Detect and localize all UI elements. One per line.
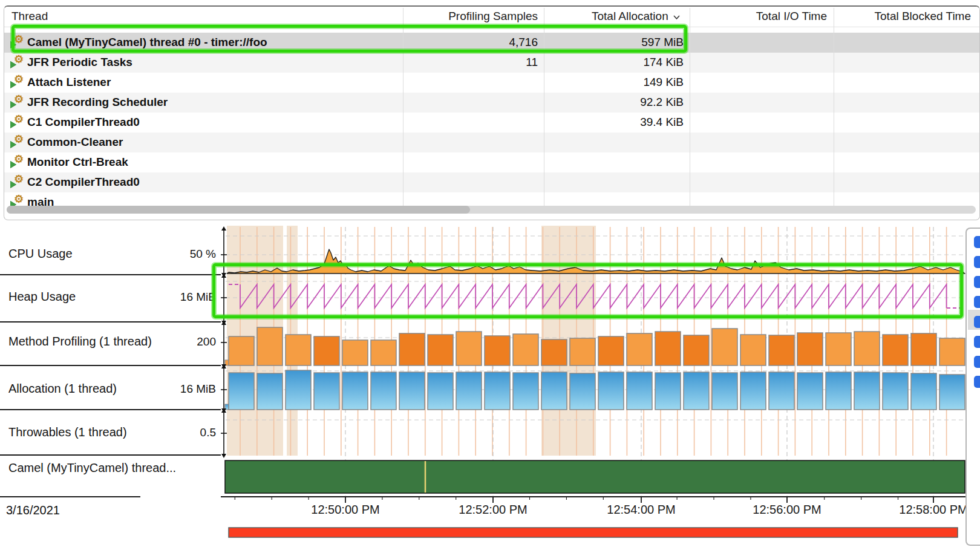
column-header-total-allocation-label: Total Allocation — [592, 10, 668, 22]
thread-gear-icon: ⚙ — [14, 73, 24, 86]
method-profiling-bars-bar — [371, 340, 396, 365]
lane-separator — [0, 409, 221, 410]
allocation-bars-bar — [257, 373, 283, 410]
time-range-bar[interactable] — [229, 528, 958, 537]
method-profiling-bars-bar — [541, 339, 567, 365]
allocation-bars-bar — [911, 373, 936, 410]
lane-axis-value-5: 0.5 — [139, 426, 216, 439]
profiler-window: Thread Profiling Samples Total Allocatio… — [0, 0, 980, 547]
allocation-bars-bar — [570, 373, 595, 410]
thread-gear-icon: ⚙ — [14, 93, 24, 106]
thread-icon: ⚙ — [10, 115, 26, 129]
lane-axis-value-3: 200 — [139, 335, 216, 349]
method-profiling-bars-bar — [655, 332, 681, 365]
allocation-bars-bar — [883, 373, 908, 410]
method-profiling-bars-bar — [939, 338, 965, 365]
thread-gear-icon: ⚙ — [14, 33, 24, 46]
lane-label-4[interactable]: Allocation (1 thread) — [8, 382, 117, 396]
legend-button-3[interactable] — [974, 276, 980, 288]
thread-name-cell: Monitor Ctrl-Break — [27, 156, 128, 169]
method-profiling-bars-bar — [286, 335, 311, 365]
legend-button-5[interactable] — [974, 316, 980, 328]
profiling-samples-cell: 4,716 — [403, 36, 538, 49]
horizontal-scrollbar-track[interactable] — [7, 206, 976, 214]
total-allocation-cell: 92.2 KiB — [544, 96, 684, 109]
allocation-bars-bar — [541, 372, 567, 410]
allocation-bars — [225, 370, 965, 410]
allocation-bars-bar — [740, 372, 766, 410]
method-profiling-bars-bar — [598, 336, 624, 365]
axis-up-arrow-icon — [221, 226, 226, 231]
lane-axis-value-4: 16 MiB — [139, 382, 216, 396]
allocation-bars-bar — [939, 375, 965, 410]
thread-name-cell: Camel (MyTinyCamel) thread #0 - timer://… — [27, 36, 267, 49]
column-header-profiling-samples[interactable]: Profiling Samples — [403, 10, 538, 23]
thread-name-cell: C2 CompilerThread0 — [27, 175, 140, 189]
allocation-bars-bar — [314, 373, 339, 410]
total-allocation-cell: 174 KiB — [544, 56, 684, 69]
timeline-plot[interactable] — [221, 226, 980, 547]
method-profiling-bars-bar — [399, 333, 425, 365]
thread-gear-icon: ⚙ — [14, 113, 24, 126]
horizontal-scrollbar-thumb[interactable] — [7, 206, 470, 214]
allocation-bars-bar — [428, 373, 453, 410]
method-profiling-bars-bar — [854, 332, 880, 365]
method-profiling-bars-bar — [911, 333, 936, 365]
column-header-total-io-time[interactable]: Total I/O Time — [690, 10, 827, 23]
thread-icon: ⚙ — [10, 95, 26, 110]
thread-name-cell: JFR Periodic Tasks — [27, 56, 132, 69]
lane-label-1[interactable]: CPU Usage — [8, 247, 73, 261]
thread-icon: ⚙ — [10, 35, 26, 50]
column-divider — [834, 8, 834, 210]
method-profiling-bars-bar — [456, 332, 482, 365]
axis-down-arrow-icon — [221, 454, 226, 458]
method-profiling-bars-bar — [513, 334, 538, 365]
thread-icon: ⚙ — [10, 155, 26, 169]
column-header-total-allocation[interactable]: Total Allocation — [544, 10, 681, 23]
date-separator — [0, 496, 140, 497]
thread-icon: ⚙ — [10, 135, 26, 149]
thread-icon: ⚙ — [10, 55, 26, 70]
allocation-bars-bar — [342, 372, 368, 410]
legend-button-8[interactable] — [974, 376, 980, 388]
allocation-bars-bar — [797, 373, 823, 410]
column-header-thread[interactable]: Thread — [11, 10, 48, 23]
method-profiling-bars-bar — [485, 336, 510, 365]
date-label: 3/16/2021 — [6, 503, 60, 517]
thread-name-cell: Common-Cleaner — [27, 136, 123, 149]
thread-gear-icon: ⚙ — [14, 192, 24, 206]
column-header-total-blocked-time[interactable]: Total Blocked Time — [834, 10, 971, 23]
total-allocation-cell: 149 KiB — [544, 76, 684, 89]
legend-button-2[interactable] — [974, 256, 980, 268]
legend-button-7[interactable] — [974, 356, 980, 368]
column-divider — [544, 8, 544, 210]
legend-button-6[interactable] — [974, 336, 980, 348]
method-profiling-bars-bar — [684, 335, 709, 365]
lane-label-2[interactable]: Heap Usage — [8, 290, 76, 304]
thread-gear-icon: ⚙ — [14, 172, 24, 186]
column-divider — [690, 8, 690, 210]
legend-button-4[interactable] — [974, 296, 980, 308]
allocation-bars-bar — [712, 373, 737, 410]
thread-table-panel: Thread Profiling Samples Total Allocatio… — [4, 5, 980, 220]
heap-usage-sawtooth-line — [240, 284, 947, 308]
sort-desc-icon — [673, 15, 681, 20]
lane-separator — [0, 454, 221, 456]
method-profiling-bars-bar — [342, 340, 368, 365]
thread-gear-icon: ⚙ — [14, 133, 24, 146]
method-profiling-bars-bar — [314, 336, 339, 365]
lane-label-6[interactable]: Camel (MyTinyCamel) thread... — [8, 461, 176, 475]
lane-label-5[interactable]: Throwables (1 thread) — [8, 425, 127, 439]
allocation-bars-bar — [371, 372, 396, 410]
lane-label-3[interactable]: Method Profiling (1 thread) — [8, 335, 152, 349]
method-profiling-bars-bar — [826, 333, 851, 365]
total-allocation-cell: 39.4 KiB — [544, 116, 684, 129]
thread-name-cell: C1 CompilerThread0 — [27, 116, 140, 129]
lane-separator — [0, 321, 221, 323]
thread-activity-span[interactable] — [225, 460, 965, 493]
thread-icon: ⚙ — [10, 75, 26, 90]
method-profiling-bars-bar — [712, 329, 737, 365]
legend-button-1[interactable] — [974, 236, 980, 248]
method-profiling-bars-bar — [257, 327, 283, 365]
column-divider — [403, 8, 403, 210]
